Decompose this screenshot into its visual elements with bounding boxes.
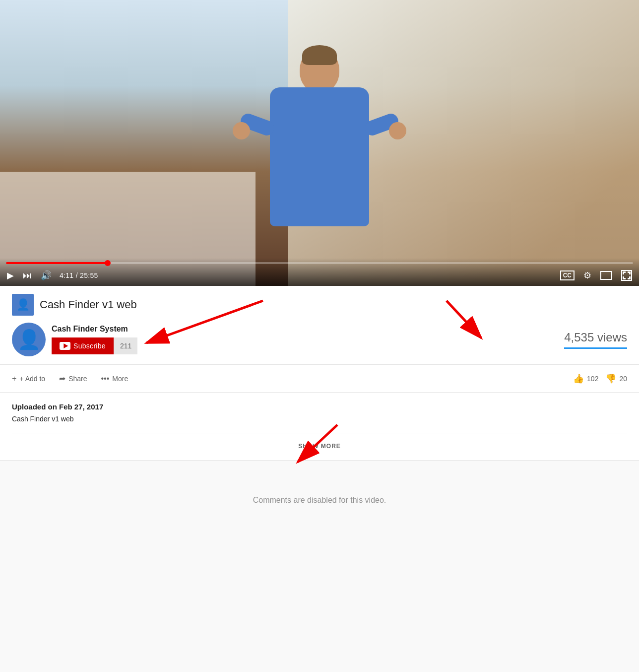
volume-button[interactable]: 🔊	[40, 269, 53, 282]
description-text: Cash Finder v1 web	[12, 415, 627, 423]
video-frame[interactable]	[0, 0, 639, 286]
add-icon: +	[12, 374, 16, 383]
like-button[interactable]: 👍 102	[573, 373, 598, 384]
add-to-label: + Add to	[19, 375, 45, 383]
below-video: 👤 Cash Finder v1 web 👤 Cash Finder Syste…	[0, 286, 639, 540]
share-button[interactable]: ➦ Share	[59, 372, 87, 385]
views-count: 4,535 views	[564, 331, 627, 344]
share-label: Share	[68, 375, 87, 383]
dislike-button[interactable]: 👎 20	[605, 373, 627, 384]
play-icon: ▶	[7, 270, 14, 281]
channel-name[interactable]: Cash Finder System	[52, 325, 137, 334]
skip-icon: ⏭	[23, 270, 32, 281]
subscribe-label: Subscribe	[73, 342, 106, 350]
play-button[interactable]: ▶	[6, 269, 15, 282]
dislike-count: 20	[619, 375, 627, 383]
channel-info: Cash Finder System Subscribe 211	[52, 325, 137, 354]
video-player[interactable]: ▶ ⏭ 🔊 4:11 / 25:55	[0, 0, 639, 286]
comments-section: Comments are disabled for this video.	[0, 461, 639, 540]
like-icon: 👍	[573, 373, 584, 384]
subscribe-button[interactable]: Subscribe	[52, 337, 114, 354]
share-icon: ➦	[59, 374, 65, 383]
time-separator: /	[76, 271, 80, 279]
settings-icon: ⚙	[583, 270, 591, 281]
more-button[interactable]: ••• More	[101, 372, 128, 385]
subscribe-group: Subscribe 211	[52, 337, 137, 354]
cc-icon: CC	[560, 270, 575, 280]
time-total: 25:55	[80, 271, 98, 279]
progress-bar[interactable]	[6, 262, 633, 264]
actions-left: + + Add to ➦ Share ••• More	[12, 372, 128, 385]
views-bar	[564, 347, 627, 349]
progress-fill	[6, 262, 108, 264]
channel-row: 👤 Cash Finder System Subscribe 211	[12, 323, 627, 356]
theater-button[interactable]	[599, 270, 613, 281]
actions-row: + + Add to ➦ Share ••• More 👍 102	[0, 365, 639, 393]
channel-icon-symbol: 👤	[16, 298, 30, 311]
time-current: 4:11	[60, 271, 73, 279]
description-section: Uploaded on Feb 27, 2017 Cash Finder v1 …	[0, 393, 639, 461]
fullscreen-button[interactable]	[620, 269, 633, 282]
subscriber-count: 211	[114, 337, 137, 354]
video-controls: ▶ ⏭ 🔊 4:11 / 25:55	[0, 258, 639, 286]
views-section: 4,535 views	[564, 331, 627, 349]
volume-icon: 🔊	[41, 270, 52, 281]
controls-right: CC ⚙	[559, 269, 633, 282]
upload-date: Uploaded on Feb 27, 2017	[12, 403, 627, 411]
video-title-row: 👤 Cash Finder v1 web	[12, 294, 627, 316]
show-more-row: SHOW MORE	[12, 433, 627, 450]
like-dislike-group: 👍 102 👎 20	[573, 373, 627, 384]
like-count: 102	[587, 375, 598, 383]
cc-button[interactable]: CC	[559, 269, 575, 281]
fullscreen-icon	[621, 270, 632, 281]
skip-button[interactable]: ⏭	[22, 269, 33, 282]
more-label: More	[112, 375, 128, 383]
time-display: 4:11 / 25:55	[60, 271, 98, 279]
controls-left: ▶ ⏭ 🔊 4:11 / 25:55	[6, 269, 98, 282]
comments-disabled-message: Comments are disabled for this video.	[253, 496, 386, 505]
more-dots-icon: •••	[101, 374, 109, 383]
avatar-icon: 👤	[17, 329, 41, 350]
settings-button[interactable]: ⚙	[582, 269, 592, 282]
video-person	[250, 48, 389, 256]
add-to-button[interactable]: + + Add to	[12, 372, 45, 385]
show-more-button[interactable]: SHOW MORE	[298, 443, 341, 450]
dislike-icon: 👎	[605, 373, 616, 384]
video-title: Cash Finder v1 web	[40, 298, 137, 311]
youtube-icon	[60, 342, 70, 350]
video-title-section: 👤 Cash Finder v1 web 👤 Cash Finder Syste…	[0, 286, 639, 365]
video-section: ▶ ⏭ 🔊 4:11 / 25:55	[0, 0, 639, 540]
channel-left: 👤 Cash Finder System Subscribe 211	[12, 323, 137, 356]
actions-right: 👍 102 👎 20	[573, 373, 627, 384]
channel-icon: 👤	[12, 294, 34, 316]
channel-avatar[interactable]: 👤	[12, 323, 46, 356]
theater-icon	[600, 271, 612, 280]
